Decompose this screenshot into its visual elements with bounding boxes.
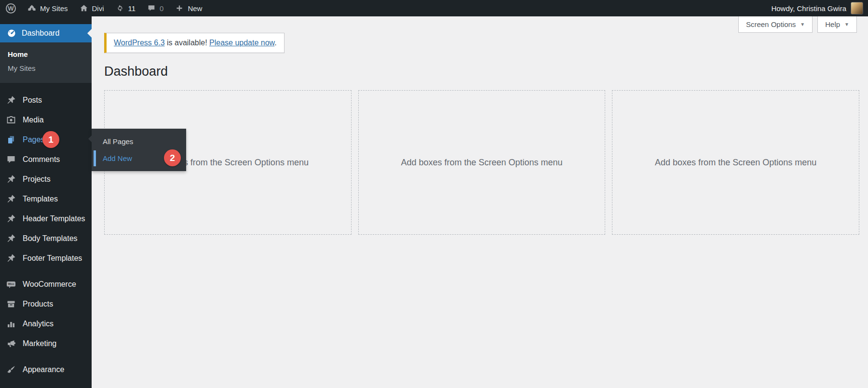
sidebar-item-media[interactable]: Media (0, 110, 92, 130)
active-indicator-bar (94, 150, 96, 166)
dashboard-submenu: HomeMy Sites (0, 42, 92, 83)
sidebar-item-label: Marketing (23, 339, 56, 348)
new-content-menu[interactable]: New (169, 0, 208, 16)
placeholder-box-text: Add boxes from the Screen Options menu (401, 158, 562, 168)
sidebar-item-dashboard[interactable]: Dashboard (0, 24, 92, 42)
chevron-down-icon: ▼ (844, 22, 849, 27)
sidebar-item-label: Projects (23, 175, 51, 184)
new-label: New (188, 4, 202, 13)
wordpress-version-link[interactable]: WordPress 6.3 (114, 39, 165, 47)
pushpin-icon (6, 95, 17, 105)
help-label: Help (825, 20, 840, 28)
sidebar-item-label: Body Templates (23, 234, 78, 243)
avatar (851, 2, 863, 14)
site-name-menu[interactable]: Divi (74, 0, 110, 16)
site-name-label: Divi (92, 4, 104, 13)
help-button[interactable]: Help ▼ (817, 16, 857, 33)
pushpin-icon (6, 254, 17, 263)
camera-icon (6, 115, 17, 125)
screen-options-button[interactable]: Screen Options ▼ (738, 16, 813, 33)
sidebar-item-label: Pages (23, 135, 44, 144)
sidebar-item-woocommerce[interactable]: WooWooCommerce (0, 274, 92, 294)
sidebar-item-products[interactable]: Products (0, 294, 92, 314)
sidebar-item-marketing[interactable]: Marketing (0, 334, 92, 353)
sidebar-item-pages[interactable]: Pages1 (0, 130, 92, 149)
sidebar-menu: PostsMediaPages1CommentsProjectsTemplate… (0, 90, 92, 379)
pushpin-icon (6, 194, 17, 204)
comment-icon (6, 155, 17, 164)
screen-meta-tabs: Screen Options ▼ Help ▼ (738, 16, 857, 33)
my-sites-icon (27, 4, 36, 13)
svg-text:Woo: Woo (8, 282, 14, 285)
pushpin-icon (6, 174, 17, 184)
sidebar-item-label: Footer Templates (23, 254, 82, 263)
sidebar-item-appearance[interactable]: Appearance (0, 360, 92, 379)
my-sites-menu[interactable]: My Sites (22, 0, 74, 16)
notice-text: is available! (165, 39, 210, 47)
dashboard-placeholder-box: Add boxes from the Screen Options menu (612, 90, 859, 235)
page-title: Dashboard (104, 64, 859, 79)
pages-icon (6, 135, 17, 145)
update-now-link[interactable]: Please update now (209, 39, 274, 47)
sidebar-item-projects[interactable]: Projects (0, 169, 92, 189)
dashboard-gauge-icon (7, 28, 16, 38)
sidebar-item-label: Dashboard (22, 29, 59, 38)
comments-icon (147, 4, 156, 13)
plus-icon (175, 4, 184, 13)
sidebar-item-posts[interactable]: Posts (0, 90, 92, 110)
current-item-arrow (87, 29, 92, 38)
admin-sidebar: Dashboard HomeMy Sites PostsMediaPages1C… (0, 16, 92, 388)
sidebar-item-label: Products (23, 300, 53, 308)
dashboard-widget-area: Add boxes from the Screen Options menuAd… (104, 90, 859, 235)
dashboard-placeholder-box: Add boxes from the Screen Options menu (358, 90, 606, 235)
sidebar-item-label: Header Templates (23, 214, 85, 223)
wordpress-logo-icon: W (6, 3, 16, 13)
sidebar-item-label: Analytics (23, 320, 54, 328)
sidebar-item-label: Media (23, 116, 44, 124)
dashboard-submenu-item-my-sites[interactable]: My Sites (0, 61, 92, 75)
sidebar-item-label: Comments (23, 155, 60, 164)
chevron-down-icon: ▼ (800, 22, 805, 27)
flyout-item-label: Add New (103, 154, 132, 162)
update-notice: WordPress 6.3 is available! Please updat… (104, 33, 285, 53)
sidebar-item-header-templates[interactable]: Header Templates (0, 209, 92, 228)
pages-flyout-menu: All PagesAdd New2 (92, 129, 186, 171)
bar-chart-icon (6, 319, 17, 329)
my-sites-label: My Sites (40, 4, 68, 13)
sidebar-item-label: WooCommerce (23, 280, 76, 289)
sidebar-item-body-templates[interactable]: Body Templates (0, 228, 92, 248)
updates-menu[interactable]: 11 (110, 0, 142, 16)
howdy-label: Howdy, Christina Gwira (771, 4, 846, 13)
flyout-item-all-pages[interactable]: All Pages (92, 133, 186, 150)
sidebar-item-label: Templates (23, 195, 58, 203)
sidebar-item-comments[interactable]: Comments (0, 149, 92, 169)
step-badge: 2 (164, 149, 181, 166)
step-badge: 1 (42, 131, 59, 148)
paintbrush-icon (6, 365, 17, 375)
flyout-item-add-new[interactable]: Add New2 (92, 150, 186, 167)
updates-count: 11 (128, 4, 136, 13)
main-content: WordPress 6.3 is available! Please updat… (92, 16, 868, 388)
placeholder-box-text: Add boxes from the Screen Options menu (655, 158, 816, 168)
sidebar-item-templates[interactable]: Templates (0, 189, 92, 209)
archive-box-icon (6, 299, 17, 309)
comments-menu[interactable]: 0 (141, 0, 169, 16)
woocommerce-icon: Woo (6, 280, 17, 289)
screen-options-label: Screen Options (746, 20, 796, 28)
sidebar-item-label: Appearance (23, 365, 64, 374)
home-icon (80, 4, 88, 13)
flyout-arrow (85, 135, 92, 142)
pushpin-icon (6, 234, 17, 243)
wordpress-logo-button[interactable]: W (0, 0, 22, 16)
pushpin-icon (6, 214, 17, 224)
notice-suffix: . (274, 39, 276, 47)
sidebar-item-analytics[interactable]: Analytics (0, 314, 92, 334)
megaphone-icon (6, 339, 17, 348)
account-menu[interactable]: Howdy, Christina Gwira (766, 2, 868, 14)
flyout-item-label: All Pages (103, 137, 133, 146)
admin-bar: W My Sites Divi 11 0 New Howdy, Christin… (0, 0, 868, 16)
sidebar-item-footer-templates[interactable]: Footer Templates (0, 248, 92, 268)
dashboard-submenu-item-home[interactable]: Home (0, 47, 92, 61)
sidebar-item-label: Posts (23, 96, 42, 105)
comments-count: 0 (160, 4, 163, 13)
